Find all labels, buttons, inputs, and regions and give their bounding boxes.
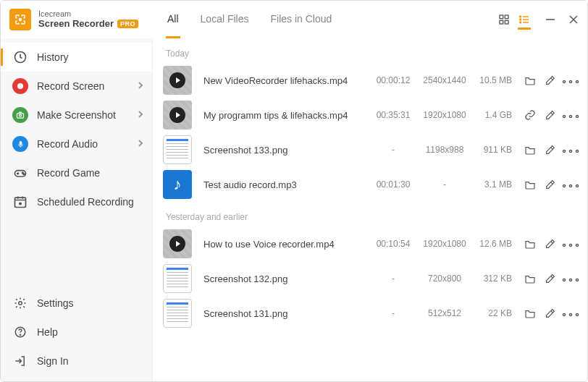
file-size: 1.4 GB [474,110,518,120]
clock-icon [12,49,28,65]
sidebar-item-label: Make Screenshot [37,109,116,121]
brand-title: Screen Recorder [38,19,114,30]
schedule-icon [12,194,28,210]
file-name: Screenshot 133.png [203,145,371,156]
folder-action-button[interactable] [522,142,538,158]
file-thumbnail[interactable] [163,264,192,293]
minimize-button[interactable] [545,14,555,25]
sidebar-item-record-game[interactable]: Record Game [1,158,152,187]
file-thumbnail[interactable] [163,101,192,130]
file-duration: - [371,273,415,284]
more-options-button[interactable]: ∘∘∘ [563,271,579,286]
file-duration: 00:35:31 [371,110,415,120]
file-duration: 00:01:30 [371,179,415,190]
edit-button[interactable] [542,142,558,158]
section-header: Yesterday and earlier [163,202,587,226]
file-resolution: 512x512 [415,308,474,318]
tab-all[interactable]: All [166,9,180,38]
sidebar-item-label: Record Game [37,167,100,179]
more-options-button[interactable]: ∘∘∘ [563,305,579,321]
file-resolution: 2540x1440 [415,75,474,85]
sidebar-item-label: Help [37,326,58,338]
svg-point-5 [520,16,521,17]
help-icon [12,324,28,340]
svg-point-0 [19,18,22,22]
sidebar-item-record-audio[interactable]: Record Audio [1,130,152,158]
file-thumbnail[interactable] [163,170,192,199]
file-thumbnail[interactable] [163,229,192,258]
file-size: 22 KB [474,308,518,318]
sidebar-item-label: History [37,51,69,63]
sidebar-item-label: Scheduled Recording [37,196,134,208]
app-logo [9,9,31,30]
file-row[interactable]: My programm tips & lifehacks.mp400:35:31… [163,98,587,132]
file-resolution: 1920x1080 [415,110,474,120]
pro-badge: PRO [117,20,138,28]
file-name: Screenshot 132.png [203,273,371,284]
edit-button[interactable] [542,177,558,192]
tab-local-files[interactable]: Local Files [199,9,251,38]
file-size: 10.5 MB [474,75,518,85]
edit-button[interactable] [542,271,558,286]
file-thumbnail[interactable] [163,135,192,164]
sidebar-item-record-screen[interactable]: Record Screen [1,72,152,101]
svg-rect-2 [505,15,508,19]
file-row[interactable]: Screenshot 133.png-1198x988911 KB∘∘∘ [163,132,587,167]
more-options-button[interactable]: ∘∘∘ [563,177,579,192]
mic-icon [12,136,28,152]
more-options-button[interactable]: ∘∘∘ [563,107,579,123]
list-view-toggle[interactable] [518,13,531,30]
folder-action-button[interactable] [522,72,538,88]
file-resolution: - [415,179,474,190]
folder-action-button[interactable] [522,271,538,286]
file-size: 3.1 MB [474,179,518,190]
record-icon [12,78,28,94]
file-duration: - [371,145,415,155]
titlebar: Icecream Screen Recorder PRO AllLocal Fi… [1,1,587,38]
file-duration: 00:00:12 [371,75,415,85]
link-action-button[interactable] [522,107,538,123]
folder-action-button[interactable] [522,236,538,252]
svg-point-9 [520,22,521,23]
more-options-button[interactable]: ∘∘∘ [563,142,579,158]
file-thumbnail[interactable] [163,299,192,328]
edit-button[interactable] [542,107,558,123]
sidebar-item-help[interactable]: Help [1,318,152,347]
sidebar-item-scheduled-recording[interactable]: Scheduled Recording [1,187,152,216]
more-options-button[interactable]: ∘∘∘ [563,72,579,88]
chevron-right-icon [138,109,143,121]
folder-action-button[interactable] [522,177,538,192]
svg-point-20 [23,174,25,175]
edit-button[interactable] [542,305,558,321]
sidebar-item-label: Record Audio [37,138,98,150]
brand: Icecream Screen Recorder PRO [1,1,153,38]
file-row[interactable]: Screenshot 132.png-720x800312 KB∘∘∘ [163,261,587,296]
sidebar-item-history[interactable]: History [1,43,152,72]
file-row[interactable]: Screenshot 131.png-512x51222 KB∘∘∘ [163,296,587,331]
file-row[interactable]: New VideoRecorder lifehacks.mp400:00:122… [163,63,587,98]
close-button[interactable] [568,14,579,25]
file-row[interactable]: Test audio record.mp300:01:30-3.1 MB∘∘∘ [163,167,587,202]
edit-button[interactable] [542,236,558,252]
file-name: Test audio record.mp3 [203,179,371,190]
sidebar-item-label: Sign In [37,355,69,367]
tab-files-in-cloud[interactable]: Files in Cloud [269,9,333,38]
sidebar-item-settings[interactable]: Settings [1,289,152,318]
svg-point-7 [520,19,521,20]
sidebar-item-label: Record Screen [37,80,104,92]
file-thumbnail[interactable] [163,66,192,95]
camera-icon [12,107,28,123]
svg-point-25 [20,334,20,335]
file-name: My programm tips & lifehacks.mp4 [203,110,371,121]
sidebar-item-sign-in[interactable]: Sign In [1,347,152,375]
svg-point-22 [20,203,22,205]
edit-button[interactable] [542,72,558,88]
gamepad-icon [12,165,28,181]
file-row[interactable]: How to use Voice recorder.mp400:10:54192… [163,226,587,261]
file-list[interactable]: TodayNew VideoRecorder lifehacks.mp400:0… [153,38,587,381]
sidebar-item-make-screenshot[interactable]: Make Screenshot [1,101,152,130]
folder-action-button[interactable] [522,305,538,321]
file-duration: - [371,308,415,318]
more-options-button[interactable]: ∘∘∘ [563,236,579,252]
grid-view-toggle[interactable] [497,13,511,30]
